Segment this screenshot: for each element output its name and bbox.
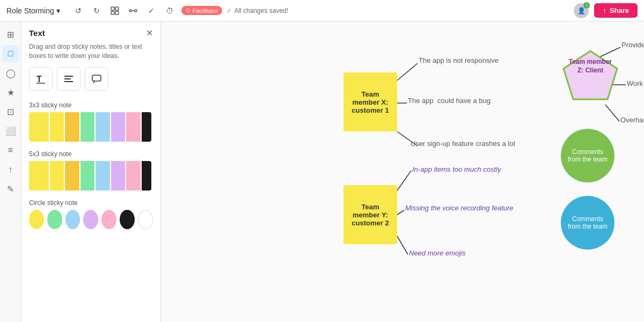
section-label-3x3: 3x3 sticky note bbox=[21, 99, 160, 112]
annotation-inapp-images: Work on in-app images bbox=[627, 79, 644, 87]
svg-point-4 bbox=[129, 10, 131, 12]
sidebar-icon-export[interactable]: ↑ bbox=[2, 161, 19, 178]
align-tool-button[interactable] bbox=[57, 67, 80, 91]
annotation-overhaul-ux: Overhaul app UX/UI to make it responsive bbox=[620, 116, 644, 124]
svg-line-18 bbox=[397, 236, 408, 254]
svg-rect-12 bbox=[92, 75, 101, 81]
user-avatar: 👤 1 bbox=[574, 3, 589, 18]
svg-point-5 bbox=[135, 10, 137, 12]
sticky-note-y[interactable]: Team member Y: customer 2 bbox=[343, 185, 397, 244]
svg-text:T: T bbox=[36, 75, 42, 84]
sidebar-icon-boards[interactable]: ⊞ bbox=[2, 26, 19, 43]
main-area: ⊞ □ ◯ ★ ⊡ ⬜ ≡ ↑ ✎ Text ✕ Drag and drop s… bbox=[0, 21, 644, 322]
sticky-3x3-preview[interactable] bbox=[21, 112, 160, 148]
panel-header: Text ✕ bbox=[21, 21, 160, 42]
svg-line-16 bbox=[397, 171, 411, 191]
pentagon-container[interactable]: Team member Z: Client bbox=[561, 48, 620, 105]
connect-button[interactable] bbox=[126, 3, 141, 18]
timer-button[interactable]: ⏱ bbox=[162, 3, 177, 18]
circle-green[interactable]: Comments from the team bbox=[561, 129, 614, 182]
circle-blue-text: Comments from the team bbox=[565, 215, 610, 230]
svg-rect-1 bbox=[115, 7, 119, 10]
sidebar-icon-favorites[interactable]: ★ bbox=[2, 84, 19, 101]
share-label: Share bbox=[610, 6, 629, 14]
pentagon-svg bbox=[561, 48, 620, 105]
svg-rect-0 bbox=[111, 7, 114, 10]
facilitator-label: Facilitator bbox=[193, 8, 218, 14]
text-panel: Text ✕ Drag and drop sticky notes, title… bbox=[21, 21, 161, 322]
annotation-more-emojis: Need more emojis bbox=[409, 249, 466, 257]
avatar-badge: 1 bbox=[583, 2, 590, 9]
annotation-signup-crashes: User sign-up feature crashes a lot bbox=[411, 140, 515, 148]
panel-close-button[interactable]: ✕ bbox=[146, 28, 153, 38]
toolbar-right: 👤 1 ↑ Share bbox=[574, 3, 638, 18]
svg-rect-2 bbox=[111, 11, 114, 14]
panel-subtitle: Drag and drop sticky notes, titles or te… bbox=[21, 42, 160, 67]
share-button[interactable]: ↑ Share bbox=[594, 3, 638, 18]
facilitator-badge: ⊙ Facilitator bbox=[181, 6, 223, 15]
left-sidebar: ⊞ □ ◯ ★ ⊡ ⬜ ≡ ↑ ✎ bbox=[0, 21, 21, 322]
board-name-text: Role Storming bbox=[6, 6, 54, 15]
annotation-voice-recording: Missing the voice recording feature bbox=[405, 204, 514, 212]
annotation-not-responsive: The app is not responsive bbox=[419, 56, 499, 64]
svg-rect-3 bbox=[115, 11, 119, 14]
svg-line-17 bbox=[397, 210, 404, 215]
board-name-chevron: ▾ bbox=[56, 6, 60, 15]
bubble-tool-button[interactable] bbox=[85, 67, 108, 91]
top-toolbar: Role Storming ▾ ↺ ↻ ✓ ⏱ ⊙ Facilitator ✓ … bbox=[0, 0, 644, 21]
circle-blue[interactable]: Comments from the team bbox=[561, 196, 614, 250]
sidebar-icon-library[interactable]: ≡ bbox=[2, 142, 19, 159]
check-button[interactable]: ✓ bbox=[144, 3, 159, 18]
circle-preview[interactable] bbox=[21, 210, 160, 236]
undo-button[interactable]: ↺ bbox=[71, 3, 86, 18]
sticky-note-y-text: Team member Y: customer 2 bbox=[348, 203, 393, 227]
sidebar-icon-media[interactable]: ⬜ bbox=[2, 122, 19, 140]
sidebar-icon-templates[interactable]: ⊡ bbox=[2, 103, 19, 120]
sticky-note-x[interactable]: Team member X: customer 1 bbox=[343, 72, 397, 131]
save-status: ✓ All changes saved! bbox=[226, 7, 288, 14]
section-label-5x3: 5x3 sticky note bbox=[21, 148, 160, 161]
section-label-circle: Circle sticky note bbox=[21, 197, 160, 210]
toolbar-left: Role Storming ▾ ↺ ↻ ✓ ⏱ ⊙ Facilitator ✓ … bbox=[6, 3, 288, 18]
annotation-items-costly: In-app items too much costly bbox=[412, 165, 501, 173]
redo-button[interactable]: ↻ bbox=[89, 3, 104, 18]
panel-tools: T bbox=[21, 67, 160, 99]
canvas[interactable]: Team member X: customer 1 Team member Y:… bbox=[161, 21, 644, 322]
svg-line-21 bbox=[605, 105, 619, 121]
sidebar-icon-sticky[interactable]: □ bbox=[2, 45, 19, 62]
view-button[interactable] bbox=[107, 3, 122, 18]
annotation-could-have-bug: The app could have a bug bbox=[408, 97, 491, 105]
sidebar-icon-draw[interactable]: ✎ bbox=[2, 180, 19, 197]
circle-green-text: Comments from the team bbox=[565, 148, 610, 163]
board-name-button[interactable]: Role Storming ▾ bbox=[6, 6, 60, 15]
sticky-5x3-preview[interactable] bbox=[21, 161, 160, 197]
save-status-text: All changes saved! bbox=[234, 7, 288, 14]
svg-line-13 bbox=[397, 63, 418, 80]
text-tool-button[interactable]: T bbox=[29, 67, 53, 91]
toolbar-history-icons: ↺ ↻ ✓ ⏱ bbox=[71, 3, 177, 18]
sidebar-icon-shapes[interactable]: ◯ bbox=[2, 64, 19, 82]
annotation-weekly-reports: Provide weekly reports on development st… bbox=[621, 41, 644, 49]
panel-title: Text bbox=[29, 28, 45, 38]
sticky-note-x-text: Team member X: customer 1 bbox=[348, 90, 393, 114]
pentagon-text: Team member Z: Client bbox=[566, 58, 614, 75]
